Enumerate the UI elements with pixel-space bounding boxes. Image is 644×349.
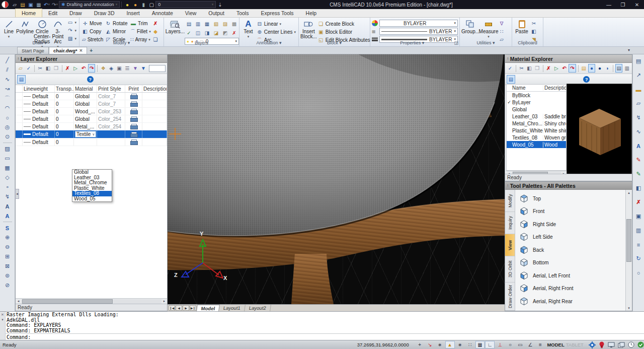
- sphere-dark-icon[interactable]: ●: [596, 64, 603, 73]
- coordinates-readout[interactable]: 37.2695,31.9662,0.0000: [357, 342, 415, 347]
- model-viewport[interactable]: Y X Z ❙◀ ◀ ▶ ▶❙ Model Layout1 Layout2: [168, 54, 505, 311]
- scroll-left-icon[interactable]: ◂: [16, 299, 21, 304]
- layer-tool-icon[interactable]: ▩: [230, 20, 238, 28]
- angle-toggle[interactable]: ∠: [525, 341, 535, 348]
- trim-button[interactable]: ▬Trim: [129, 20, 150, 27]
- dialog-launcher-icon[interactable]: ◲: [454, 40, 458, 45]
- paste-icon[interactable]: ❐: [534, 64, 541, 73]
- view-item-aerial-right-front[interactable]: Aerial, Right Front: [519, 283, 624, 294]
- polar-toggle[interactable]: ∗: [435, 341, 445, 348]
- layer-on-icon[interactable]: ●: [123, 1, 131, 8]
- filter-blue-icon[interactable]: ▼: [140, 64, 147, 73]
- dropdown-option[interactable]: Global: [72, 170, 112, 175]
- freehand-icon[interactable]: ↝: [3, 84, 13, 94]
- rectangle-tool-icon[interactable]: ▭: [3, 154, 13, 163]
- table-icon[interactable]: ▥: [633, 226, 643, 235]
- tab-home[interactable]: Home: [15, 9, 42, 17]
- create-block-button[interactable]: ❏Create Block: [317, 20, 371, 28]
- column-header[interactable]: Material: [74, 85, 97, 92]
- draw-group-caption[interactable]: Draw ▾: [0, 40, 79, 46]
- undo-button[interactable]: ↶▾: [43, 1, 51, 8]
- move-button[interactable]: ✛Move: [81, 20, 104, 27]
- command-history[interactable]: Raster Imaging External Dlls Loading: Ad…: [6, 312, 644, 333]
- maximize-button[interactable]: ❐: [616, 0, 630, 9]
- tab-view[interactable]: View: [179, 9, 203, 17]
- license-badge-icon[interactable]: [599, 341, 605, 348]
- tablet-toggle[interactable]: TABLET: [566, 342, 584, 347]
- clock-icon[interactable]: [628, 341, 634, 348]
- copy-clip-icon[interactable]: ◧: [530, 28, 538, 35]
- column-header[interactable]: Transp...: [55, 85, 74, 92]
- last-layout-icon[interactable]: ▶❙: [190, 305, 196, 311]
- tab-drawing[interactable]: chair.dwg*✕: [49, 47, 87, 54]
- tracking-toggle[interactable]: ↘: [425, 341, 435, 348]
- tab-tools[interactable]: Tools: [230, 9, 255, 17]
- layer-tool-icon[interactable]: ✓: [185, 29, 193, 37]
- properties-group-caption[interactable]: Properties ▾ ◲: [370, 40, 459, 46]
- close-button[interactable]: ✕: [630, 0, 644, 9]
- layer-lock-icon[interactable]: ▮: [139, 1, 147, 8]
- settings-gear-icon[interactable]: [589, 341, 596, 348]
- palette-tab-inquiry[interactable]: Inquiry: [505, 212, 515, 234]
- center-lines-button[interactable]: ⊕Center Lines▾: [256, 28, 297, 36]
- delete-icon[interactable]: ✗: [64, 64, 71, 73]
- dropdown-option[interactable]: Wood_05: [72, 196, 112, 202]
- render-icon[interactable]: S: [3, 223, 13, 233]
- group-button[interactable]: Group...: [461, 19, 479, 34]
- scroll-right-icon[interactable]: ▸: [162, 299, 167, 304]
- layer-tool-icon[interactable]: ◫: [194, 29, 202, 37]
- new-file-icon[interactable]: ▱: [11, 1, 19, 8]
- snap-toggle[interactable]: +: [415, 341, 425, 348]
- model-space-toggle[interactable]: MODEL: [547, 342, 564, 347]
- linear-dimension-button[interactable]: ⊟Linear▾: [256, 20, 297, 28]
- delete-icon[interactable]: ✗: [545, 64, 552, 73]
- column-header[interactable]: Description: [142, 85, 167, 92]
- point-tool-icon[interactable]: ∘: [3, 182, 13, 192]
- ruler-icon[interactable]: ▬: [633, 85, 643, 94]
- qtext-toggle[interactable]: ○: [505, 341, 515, 348]
- column-header[interactable]: Lineweight: [23, 85, 55, 92]
- layer-tool-icon[interactable]: ▦: [203, 20, 211, 28]
- purge-icon[interactable]: ▷: [72, 64, 79, 73]
- layer-tool-icon[interactable]: ✗: [230, 29, 238, 37]
- new-layer-icon[interactable]: ▱: [17, 64, 24, 73]
- print-icon[interactable]: [130, 101, 137, 106]
- filter-icon[interactable]: ∇: [498, 20, 506, 27]
- print-icon[interactable]: [130, 124, 137, 129]
- text-button[interactable]: A Text▾: [241, 19, 256, 39]
- save-icon[interactable]: ▣: [27, 1, 35, 8]
- table-row[interactable]: Default 0 Wood_... Color_253: [16, 108, 167, 115]
- circle-tool-icon[interactable]: ○: [3, 113, 13, 122]
- command-window[interactable]: Raster Imaging External Dlls Loading: Ad…: [6, 312, 644, 340]
- spline-icon[interactable]: ∿: [633, 127, 643, 136]
- undo-icon[interactable]: ↶: [80, 64, 87, 73]
- line-tool-icon[interactable]: ╱: [3, 55, 13, 65]
- tab-draw3d[interactable]: Draw 3D: [88, 9, 121, 17]
- measure-button[interactable]: Measure▾: [479, 19, 498, 39]
- tab-draw[interactable]: Draw: [63, 9, 88, 17]
- help-icon[interactable]: ?: [87, 76, 94, 83]
- palette-tab-modify[interactable]: Modify: [505, 190, 515, 212]
- cut-icon[interactable]: ✂: [530, 20, 538, 27]
- sphere-preview-icon[interactable]: ●: [588, 64, 595, 73]
- view-item-left-side[interactable]: Left Side: [519, 232, 624, 243]
- layer-color-icon[interactable]: ▢: [147, 1, 155, 8]
- perpendicular-toggle[interactable]: ⊥: [495, 341, 505, 348]
- new-tab-button[interactable]: +: [87, 47, 95, 54]
- polygon-icon[interactable]: ▱: [633, 99, 643, 108]
- paste-icon[interactable]: ❐: [53, 64, 60, 73]
- rectangle-button[interactable]: ▭▾: [66, 19, 77, 26]
- layer-tool-icon[interactable]: ▨: [221, 20, 229, 28]
- donut-tool-icon[interactable]: ◎: [3, 122, 13, 132]
- close-command-icon[interactable]: ✕: [1, 313, 4, 317]
- zoom-extents-icon[interactable]: ⊠: [3, 261, 13, 271]
- print-icon[interactable]: [130, 109, 137, 114]
- polyline-tool-icon[interactable]: ∿: [3, 75, 13, 84]
- view-item-right-side[interactable]: Right Side: [519, 219, 624, 230]
- list-item[interactable]: Textiles_08Woven grey: [507, 134, 566, 141]
- block-editor-button[interactable]: ▣Block Editor: [317, 28, 371, 36]
- view-item-aerial-left-front[interactable]: Aerial, Left Front: [519, 270, 624, 281]
- vertical-scrollbar[interactable]: ▴ ▾: [625, 190, 632, 311]
- redo-button[interactable]: ↷▾: [51, 1, 59, 8]
- app-logo-icon[interactable]: [2, 1, 9, 8]
